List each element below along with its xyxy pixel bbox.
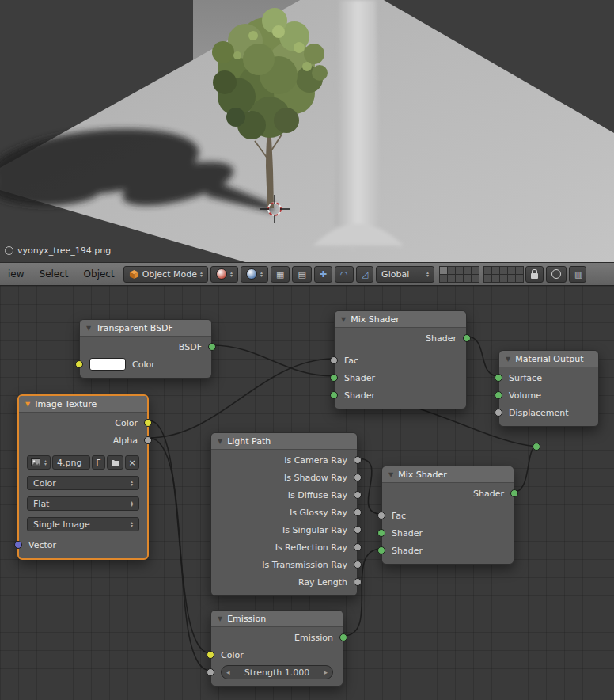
socket-label: Fac	[344, 356, 358, 366]
is-diffuse-ray-output-socket[interactable]	[354, 491, 362, 499]
strength-slider[interactable]: ◂ Strength 1.000 ▸	[221, 665, 333, 679]
collapse-icon[interactable]: ▼	[25, 401, 30, 408]
viewport-filename: vyonyx_tree_194.png	[17, 245, 111, 256]
node-header[interactable]: ▼ Transparent BSDF	[80, 320, 211, 337]
image-browse-dropdown[interactable]: ▴▾	[27, 455, 51, 470]
color-input-socket[interactable]	[207, 651, 214, 659]
node-header[interactable]: ▼ Emission	[211, 611, 343, 627]
shader1-input-socket[interactable]	[377, 529, 385, 537]
node-material-output[interactable]: ▼ Material Output Surface Volume Displac…	[498, 350, 599, 427]
mode-dropdown[interactable]: Object Mode ▴▾	[123, 266, 208, 283]
manipulator-rotate-button[interactable]: ◠	[335, 266, 354, 283]
pivot-sphere-icon	[246, 268, 257, 280]
collapse-icon[interactable]: ▼	[341, 316, 346, 323]
node-header[interactable]: ▼ Mix Shader	[335, 311, 466, 328]
collapse-icon[interactable]: ▼	[86, 325, 91, 332]
scale-icon: ◿	[362, 269, 368, 280]
ray-length-output-socket[interactable]	[354, 578, 362, 586]
node-image-texture[interactable]: ▼ Image Texture Color Alpha ▴▾ 4.png F	[17, 394, 149, 560]
source-dropdown[interactable]: Single Image ▴▾	[27, 517, 139, 531]
vector-input-socket[interactable]	[14, 541, 22, 549]
collapse-icon[interactable]: ▼	[506, 356, 510, 363]
unlink-image-button[interactable]: ×	[125, 455, 139, 470]
manipulator-scale-button[interactable]: ◿	[356, 266, 373, 283]
socket-label: Is Singular Ray	[282, 525, 347, 535]
is-singular-ray-output-socket[interactable]	[354, 526, 362, 534]
node-header[interactable]: ▼ Image Texture	[19, 396, 147, 413]
shader-output-socket[interactable]	[510, 489, 518, 497]
viewport-3d[interactable]: vyonyx_tree_194.png	[0, 0, 614, 262]
strength-input-socket[interactable]	[207, 668, 214, 676]
socket-label: Volume	[509, 390, 541, 401]
node-title: Emission	[227, 614, 266, 624]
fake-user-button[interactable]: F	[92, 455, 105, 470]
color-output-socket[interactable]	[144, 419, 152, 427]
is-reflection-ray-output-socket[interactable]	[354, 543, 362, 551]
node-transparent-bsdf[interactable]: ▼ Transparent BSDF BSDF Color	[79, 319, 212, 379]
is-glossy-ray-output-socket[interactable]	[354, 508, 362, 516]
socket-label: Ray Length	[298, 577, 347, 588]
orientation-dropdown[interactable]: Global ▴▾	[376, 266, 434, 283]
dropdown-arrows-icon: ▴▾	[131, 480, 133, 486]
socket-label: Is Transmission Ray	[262, 560, 347, 570]
link-mixbottom-to-reroute[interactable]	[514, 447, 536, 492]
collapse-icon[interactable]: ▼	[388, 471, 393, 478]
link-cameraray-to-mixbottom-fac[interactable]	[358, 458, 381, 514]
image-name-field[interactable]: 4.png	[52, 455, 90, 470]
shader-output-socket[interactable]	[463, 334, 471, 342]
orientation-label: Global	[381, 269, 409, 280]
color-space-dropdown[interactable]: Color ▴▾	[27, 476, 139, 490]
menu-select[interactable]: Select	[33, 268, 75, 280]
lock-icon	[531, 273, 538, 279]
bsdf-output-socket[interactable]	[208, 343, 216, 351]
is-shadow-ray-output-socket[interactable]	[354, 474, 362, 481]
node-editor[interactable]: ▼ Transparent BSDF BSDF Color ▼ Mix Shad…	[0, 286, 614, 700]
dropdown-arrows-icon: ▴▾	[230, 271, 233, 277]
strength-value: Strength 1.000	[230, 668, 324, 678]
edge-cut-button[interactable]: ▥	[569, 266, 586, 283]
manipulator-toggle[interactable]: ✚	[314, 266, 332, 283]
pivot-dropdown[interactable]: ▴▾	[241, 266, 268, 283]
rotate-icon: ◠	[340, 269, 348, 280]
volume-input-socket[interactable]	[495, 391, 502, 399]
link-alpha-to-emission-strength[interactable]	[149, 438, 210, 671]
node-header[interactable]: ▼ Mix Shader	[382, 466, 514, 483]
surface-input-socket[interactable]	[495, 374, 502, 382]
dropdown-arrows-icon: ▴▾	[131, 500, 133, 507]
node-header[interactable]: ▼ Material Output	[499, 351, 598, 367]
is-camera-ray-output-socket[interactable]	[354, 456, 362, 464]
reroute-node[interactable]	[533, 443, 540, 451]
node-light-path[interactable]: ▼ Light Path Is Camera Ray Is Shadow Ray…	[210, 432, 358, 596]
snap-target-button[interactable]: ▤	[292, 266, 311, 283]
layer-buttons-group-1[interactable]	[439, 266, 479, 282]
menu-view[interactable]: iew	[2, 268, 31, 280]
alpha-output-socket[interactable]	[144, 436, 152, 444]
shader2-input-socket[interactable]	[377, 546, 385, 554]
fac-input-socket[interactable]	[330, 356, 338, 364]
collapse-icon[interactable]: ▼	[218, 438, 222, 445]
color-input-socket[interactable]	[75, 360, 83, 368]
input-row: Color	[80, 356, 211, 373]
open-image-button[interactable]	[107, 455, 123, 470]
color-swatch[interactable]	[89, 358, 126, 371]
menu-object[interactable]: Object	[78, 268, 121, 280]
render-preview-button[interactable]	[546, 266, 567, 283]
layer-buttons-group-2[interactable]	[483, 266, 523, 282]
node-emission[interactable]: ▼ Emission Emission Color ◂ Strength 1.0…	[210, 610, 343, 687]
slider-right-arrow-icon[interactable]: ▸	[324, 668, 328, 676]
projection-dropdown[interactable]: Flat ▴▾	[27, 496, 139, 511]
node-mix-shader-bottom[interactable]: ▼ Mix Shader Shader Fac Shader Shader	[381, 466, 514, 565]
shader1-input-socket[interactable]	[330, 374, 338, 382]
viewport-shading-dropdown[interactable]: ▴▾	[210, 266, 238, 283]
link-mixtop-to-output-surface[interactable]	[467, 337, 498, 376]
displacement-input-socket[interactable]	[495, 409, 502, 417]
shader2-input-socket[interactable]	[330, 391, 338, 399]
fac-input-socket[interactable]	[377, 512, 385, 519]
node-header[interactable]: ▼ Light Path	[211, 433, 357, 450]
collapse-icon[interactable]: ▼	[218, 615, 222, 622]
snap-element-button[interactable]: ▦	[271, 266, 290, 283]
is-transmission-ray-output-socket[interactable]	[354, 561, 362, 569]
emission-output-socket[interactable]	[339, 633, 347, 641]
node-mix-shader-top[interactable]: ▼ Mix Shader Shader Fac Shader Shader	[334, 310, 467, 409]
lock-button[interactable]	[525, 266, 544, 283]
